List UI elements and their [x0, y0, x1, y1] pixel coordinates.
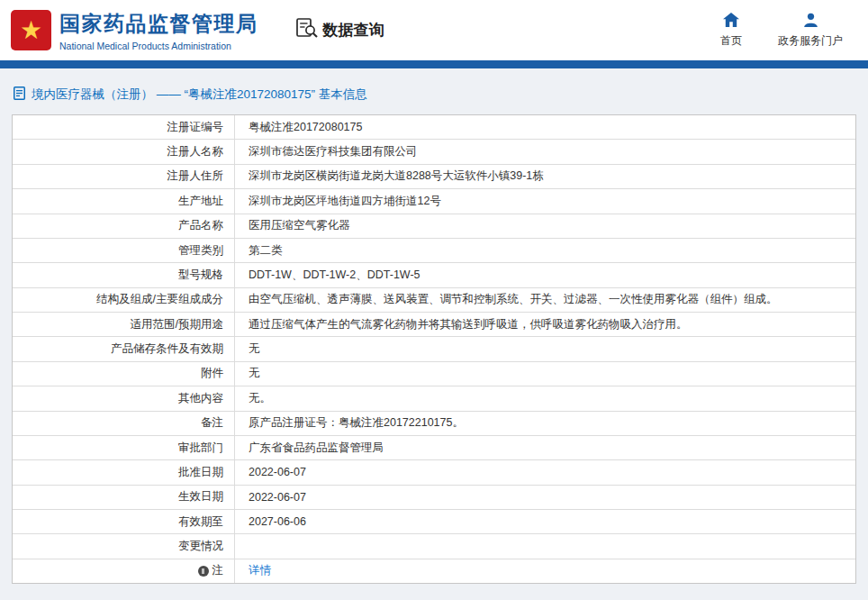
note-label: 注	[212, 563, 224, 578]
table-row: 产品储存条件及有效期 无	[13, 337, 855, 361]
page-title-text: 境内医疗器械（注册） —— “粤械注准20172080175” 基本信息	[32, 86, 367, 103]
row-label: 附件	[13, 362, 235, 386]
table-row: 批准日期 2022-06-07	[13, 460, 855, 485]
table-row: 管理类别 第二类	[13, 239, 855, 263]
row-label: 注册人住所	[13, 165, 235, 188]
row-label: 产品名称	[13, 214, 235, 238]
document-icon	[14, 86, 25, 103]
row-label: 结构及组成/主要组成成分	[13, 288, 235, 312]
row-value: 深圳市龙岗区坪地街道四方埔街道12号	[235, 189, 855, 213]
table-row: 其他内容 无。	[13, 386, 855, 411]
table-row: 生产地址 深圳市龙岗区坪地街道四方埔街道12号	[13, 189, 855, 214]
row-value: 无	[235, 362, 855, 386]
row-value: 无。	[235, 386, 855, 410]
row-value	[235, 534, 855, 558]
nav-portal[interactable]: 政务服务门户	[778, 13, 843, 49]
registration-info-table: 注册证编号 粤械注准20172080175 注册人名称 深圳市德达医疗科技集团有…	[12, 114, 856, 584]
row-value: 详情	[235, 559, 855, 583]
table-row: 备注 原产品注册证号：粤械注准20172210175。	[13, 412, 855, 436]
table-row: 审批部门 广东省食品药品监督管理局	[13, 436, 855, 460]
row-label: 其他内容	[13, 386, 235, 410]
main-content: 境内医疗器械（注册） —— “粤械注准20172080175” 基本信息 注册证…	[0, 68, 868, 584]
table-row: 注册证编号 粤械注准20172080175	[13, 115, 855, 140]
row-label: 产品储存条件及有效期	[13, 337, 235, 360]
table-row: 变更情况	[13, 534, 855, 559]
row-value: 深圳市龙岗区横岗街道龙岗大道8288号大运软件小镇39-1栋	[235, 165, 855, 188]
nav-home-label: 首页	[720, 33, 742, 49]
row-label: 批准日期	[13, 460, 235, 484]
nav-home[interactable]: 首页	[720, 13, 742, 49]
row-label: 管理类别	[13, 239, 235, 262]
national-emblem-icon: ★	[11, 10, 51, 50]
detail-link[interactable]: 详情	[249, 563, 271, 578]
org-name-cn: 国家药品监督管理局	[59, 10, 258, 38]
row-value: 医用压缩空气雾化器	[235, 214, 855, 238]
document-search-icon	[296, 18, 319, 42]
row-value: 无	[235, 337, 855, 360]
row-value: 通过压缩气体产生的气流雾化药物并将其输送到呼吸道，供呼吸道雾化药物吸入治疗用。	[235, 313, 855, 336]
data-query-tab[interactable]: 数据查询	[296, 18, 384, 42]
row-value: DDT-1W、DDT-1W-2、DDT-1W-5	[235, 263, 855, 286]
org-name-en: National Medical Products Administration	[59, 41, 258, 51]
page-title: 境内医疗器械（注册） —— “粤械注准20172080175” 基本信息	[12, 68, 856, 114]
row-label: 有效期至	[13, 510, 235, 533]
row-value: 深圳市德达医疗科技集团有限公司	[235, 140, 855, 163]
table-row: 注册人名称 深圳市德达医疗科技集团有限公司	[13, 140, 855, 164]
table-row: 生效日期 2022-06-07	[13, 486, 855, 510]
row-label: 生产地址	[13, 189, 235, 213]
row-value: 广东省食品药品监督管理局	[235, 436, 855, 459]
row-label: 型号规格	[13, 263, 235, 286]
row-value: 由空气压缩机、透声薄膜、送风装置、调节和控制系统、开关、过滤器、一次性使用雾化器…	[235, 288, 855, 312]
user-icon	[803, 13, 818, 30]
header-divider-bar	[0, 60, 868, 68]
data-query-label: 数据查询	[323, 20, 384, 41]
row-label: 注册证编号	[13, 115, 235, 139]
table-row: 有效期至 2027-06-06	[13, 510, 855, 534]
row-value: 原产品注册证号：粤械注准20172210175。	[235, 412, 855, 435]
note-icon	[198, 566, 209, 577]
home-icon	[723, 13, 739, 30]
table-row: 型号规格 DDT-1W、DDT-1W-2、DDT-1W-5	[13, 263, 855, 287]
table-row: 结构及组成/主要组成成分 由空气压缩机、透声薄膜、送风装置、调节和控制系统、开关…	[13, 288, 855, 313]
row-value: 2027-06-06	[235, 510, 855, 533]
row-label: 注	[13, 559, 235, 583]
row-label: 备注	[13, 412, 235, 435]
header-nav: 首页 政务服务门户	[720, 13, 854, 49]
row-label: 审批部门	[13, 436, 235, 459]
brand-text: 国家药品监督管理局 National Medical Products Admi…	[59, 10, 258, 51]
row-label: 注册人名称	[13, 140, 235, 163]
row-value: 第二类	[235, 239, 855, 262]
row-value: 粤械注准20172080175	[235, 115, 855, 139]
table-row: 附件 无	[13, 362, 855, 386]
row-label: 适用范围/预期用途	[13, 313, 235, 336]
row-label: 变更情况	[13, 534, 235, 558]
row-label: 生效日期	[13, 486, 235, 509]
table-row: 产品名称 医用压缩空气雾化器	[13, 214, 855, 239]
site-logo: ★ 国家药品监督管理局 National Medical Products Ad…	[11, 10, 258, 51]
table-row: 注册人住所 深圳市龙岗区横岗街道龙岗大道8288号大运软件小镇39-1栋	[13, 165, 855, 189]
table-row: 适用范围/预期用途 通过压缩气体产生的气流雾化药物并将其输送到呼吸道，供呼吸道雾…	[13, 313, 855, 337]
nav-portal-label: 政务服务门户	[778, 33, 843, 49]
top-header: ★ 国家药品监督管理局 National Medical Products Ad…	[0, 0, 868, 60]
row-value: 2022-06-07	[235, 486, 855, 509]
table-row-note: 注 详情	[13, 559, 855, 583]
row-value: 2022-06-07	[235, 460, 855, 484]
